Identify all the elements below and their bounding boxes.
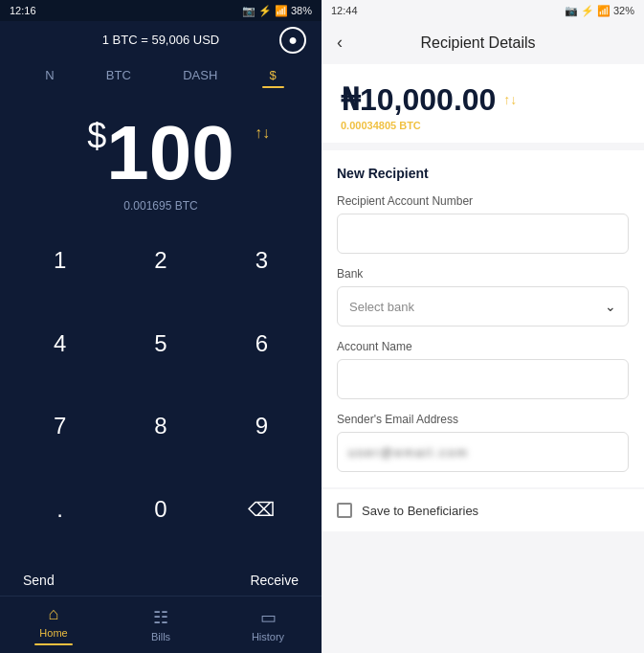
- btc-equivalent: 0.001695 BTC: [0, 199, 322, 213]
- receive-button[interactable]: Receive: [250, 573, 299, 588]
- status-bar-right: 12:44 📷 ⚡ 📶 32%: [322, 0, 644, 21]
- tab-DASH[interactable]: DASH: [175, 64, 225, 86]
- time-left: 12:16: [10, 5, 36, 16]
- bottom-nav-left: ⌂ Home ☷ Bills ▭ History: [0, 596, 322, 653]
- numpad-8[interactable]: 8: [110, 397, 211, 455]
- currency-tabs: N BTC DASH $: [0, 58, 322, 92]
- account-name-input[interactable]: [337, 359, 629, 399]
- chevron-down-icon: ⌄: [605, 299, 616, 314]
- btc-currency: BTC: [399, 120, 421, 131]
- bank-select[interactable]: Select bank ⌄: [337, 286, 629, 326]
- nav-indicator: [34, 643, 73, 645]
- email-input[interactable]: [337, 432, 629, 472]
- left-panel: 12:16 📷 ⚡ 📶 38% 1 BTC = 59,006 USD ● N B…: [0, 0, 322, 653]
- right-header: ‹ Recipient Details: [322, 21, 644, 64]
- numpad-3[interactable]: 3: [211, 232, 312, 289]
- btc-amount: 0.00034805: [341, 120, 396, 131]
- email-label: Sender's Email Address: [337, 413, 629, 426]
- nav-history[interactable]: ▭ History: [214, 597, 322, 653]
- tab-BTC[interactable]: BTC: [99, 64, 139, 86]
- numpad-0[interactable]: 0: [110, 481, 211, 538]
- form-title: New Recipient: [337, 166, 629, 181]
- currency-symbol: $: [87, 116, 106, 155]
- nav-home-label: Home: [39, 627, 67, 639]
- swap-icon-left[interactable]: ↑↓: [255, 124, 270, 142]
- bills-icon: ☷: [153, 607, 168, 628]
- history-icon: ▭: [260, 607, 277, 628]
- account-name-label: Account Name: [337, 340, 629, 353]
- home-icon: ⌂: [49, 604, 59, 624]
- account-number-input[interactable]: [337, 214, 629, 254]
- numpad-2[interactable]: 2: [110, 232, 211, 289]
- avatar[interactable]: ●: [279, 27, 306, 54]
- status-icons-left: 📷 ⚡ 📶 38%: [242, 5, 312, 17]
- nav-home[interactable]: ⌂ Home: [0, 597, 107, 653]
- backspace-button[interactable]: ⌫: [211, 481, 312, 538]
- account-number-label: Recipient Account Number: [337, 194, 629, 208]
- back-button[interactable]: ‹: [337, 33, 343, 53]
- action-row: Send Receive: [0, 563, 322, 596]
- numpad: 1 2 3 4 5 6 7 8 9 . 0 ⌫: [0, 232, 322, 563]
- email-wrapper: user@email.com: [337, 432, 629, 472]
- tab-dollar[interactable]: $: [262, 64, 284, 86]
- bank-label: Bank: [337, 267, 629, 281]
- numpad-dot[interactable]: .: [10, 481, 110, 538]
- time-right: 12:44: [331, 5, 358, 16]
- recipient-amount-section: ₦10,000.00 ↑↓ 0.00034805 BTC: [322, 64, 644, 143]
- new-recipient-form: New Recipient Recipient Account Number B…: [322, 150, 644, 487]
- right-panel: 12:44 📷 ⚡ 📶 32% ‹ Recipient Details ₦10,…: [322, 0, 644, 653]
- numpad-9[interactable]: 9: [211, 397, 312, 455]
- numpad-7[interactable]: 7: [10, 397, 110, 455]
- send-button[interactable]: Send: [23, 573, 55, 588]
- numpad-5[interactable]: 5: [110, 315, 211, 372]
- amount-value: 100: [106, 110, 233, 195]
- save-beneficiary-row: Save to Beneficiaries: [322, 489, 644, 531]
- save-beneficiary-label: Save to Beneficiaries: [362, 504, 478, 518]
- nav-bills-label: Bills: [151, 631, 170, 642]
- naira-amount-value: ₦10,000.00: [341, 81, 496, 118]
- status-bar-left: 12:16 📷 ⚡ 📶 38%: [0, 0, 322, 21]
- page-title: Recipient Details: [350, 34, 606, 52]
- amount-display: $100 ↑↓: [0, 92, 322, 199]
- numpad-6[interactable]: 6: [211, 315, 312, 372]
- save-beneficiary-checkbox[interactable]: [337, 503, 352, 518]
- status-icons-right: 📷 ⚡ 📶 32%: [565, 5, 634, 17]
- numpad-1[interactable]: 1: [10, 232, 110, 289]
- nav-history-label: History: [252, 631, 284, 642]
- nav-bills[interactable]: ☷ Bills: [107, 597, 214, 653]
- btc-subtitle: 0.00034805 BTC: [341, 120, 625, 131]
- tab-N[interactable]: N: [37, 64, 61, 86]
- top-bar: 1 BTC = 59,006 USD ●: [0, 21, 322, 58]
- bank-placeholder: Select bank: [349, 300, 414, 314]
- swap-icon-right[interactable]: ↑↓: [503, 92, 517, 107]
- exchange-rate: 1 BTC = 59,006 USD: [102, 33, 219, 47]
- numpad-4[interactable]: 4: [10, 315, 110, 372]
